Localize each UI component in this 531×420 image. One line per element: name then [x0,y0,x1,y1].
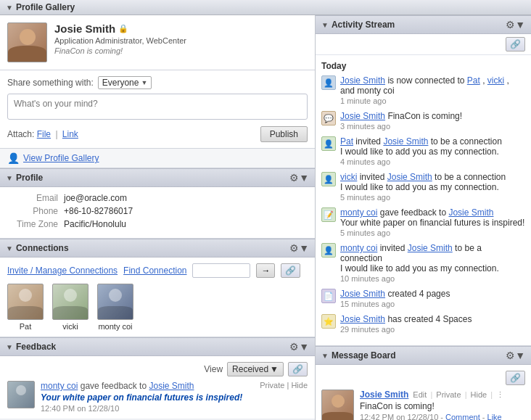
activity-time: 5 minutes ago [340,228,525,237]
activity-author-link[interactable]: monty coi [340,243,377,253]
list-item: monty coi [97,284,133,331]
comment-link[interactable]: Comment [445,413,480,420]
feedback-quote: Your white paper on financial futures is… [41,392,308,403]
activity-author-link[interactable]: Josie Smith [340,289,385,299]
private-msg-link[interactable]: Private [436,390,461,399]
share-textarea[interactable] [7,94,308,120]
feedback-header-text: Private | Hide monty coi gave feedback t… [41,381,308,391]
profile-details: Email joe@oracle.com Phone +86-10-827860… [0,187,315,239]
feedback-author-link[interactable]: monty coi [41,381,78,391]
connections-collapse-arrow[interactable]: ▼ [6,244,13,252]
hide-link[interactable]: Hide [291,381,308,390]
feedback-icon-button[interactable]: 🔗 [288,362,308,376]
publish-button[interactable]: Publish [260,126,308,142]
email-label: Email [7,193,58,203]
message-author-link[interactable]: Josie Smith [360,390,408,400]
message-board-icon-button[interactable]: 🔗 [506,371,525,385]
feedback-gear-button[interactable]: ⚙▼ [289,341,309,353]
attach-link-link[interactable]: Link [62,129,78,139]
hide-msg-link[interactable]: Hide [471,390,487,399]
share-box: Share something with: Everyone ▼ Attach:… [0,70,315,149]
list-item: 👤 vicki invited Josie Smith to be a conn… [321,172,525,202]
activity-gear-button[interactable]: ⚙▼ [506,19,525,30]
profile-collapse-arrow[interactable]: ▼ [6,174,13,182]
connection-name-pat: Pat [20,322,32,331]
dropdown-arrow-icon: ▼ [270,364,279,374]
timezone-row: Time Zone Pacific/Honolulu [7,219,308,229]
activity-target-link[interactable]: Josie Smith [448,207,493,218]
activity-target-link[interactable]: Pat [467,75,480,86]
invite-manage-link[interactable]: Invite / Manage Connections [7,265,118,276]
feedback-body: Private | Hide monty coi gave feedback t… [41,381,308,413]
activity-content: Today 👤 Josie Smith is now connected to … [316,55,531,346]
view-gallery-row: 👤 View Profile Gallery [0,149,315,168]
attach-section: Attach: File | Link [7,129,78,139]
connections-toolbar: Invite / Manage Connections Find Connect… [7,263,308,278]
avatar [7,22,47,62]
email-row: Email joe@oracle.com [7,193,308,203]
view-gallery-link[interactable]: View Profile Gallery [23,153,99,163]
more-msg-link[interactable]: ⋮ [496,390,504,399]
profile-gear-button[interactable]: ⚙▼ [289,172,309,184]
activity-time: 3 minutes ago [340,122,525,131]
feedback-content: View Received ▼ 🔗 Private | [0,356,315,419]
activity-collapse-arrow[interactable]: ▼ [321,21,329,29]
connection-search-button[interactable]: → [256,263,275,278]
top-bar-title: Profile Gallery [16,2,75,12]
feedback-collapse-arrow[interactable]: ▼ [6,343,13,351]
activity-text: monty coi invited Josie Smith to be a co… [340,243,525,283]
phone-label: Phone [7,206,58,216]
list-item: 💬 Josie Smith FinaCon is coming! 3 minut… [321,111,525,131]
feedback-avatar [7,381,35,408]
message-board-content: 🔗 Josie Smith Edit | Private | Hide [316,365,531,420]
share-with-dropdown[interactable]: Everyone ▼ [98,76,152,89]
connections-section-header: ▼ Connections ⚙▼ [0,239,315,258]
attach-file-link[interactable]: File [37,129,51,139]
message-body: Josie Smith Edit | Private | Hide | ⋮ [360,390,525,420]
message-board-gear-button[interactable]: ⚙▼ [506,350,525,361]
connection-icon-button[interactable]: 🔗 [281,263,300,278]
feedback-author-name: monty coi gave feedback to Josie Smith [41,381,194,391]
feedback-view-dropdown[interactable]: Received ▼ [227,362,284,376]
activity-author-link[interactable]: Pat [340,136,353,147]
activity-icon-button[interactable]: 🔗 [506,37,525,52]
email-value: joe@oracle.com [64,193,127,203]
phone-value: +86-10-82786017 [64,206,133,216]
list-item: Pat [7,284,44,331]
activity-author-link[interactable]: Josie Smith [340,75,385,86]
edit-link[interactable]: Edit [413,390,427,399]
activity-target-link[interactable]: Josie Smith [387,172,432,182]
find-connection-link[interactable]: Find Connection [123,265,186,276]
like-link[interactable]: Like [487,413,502,420]
activity-author-link[interactable]: monty coi [340,207,377,218]
activity-text: Pat invited Josie Smith to be a connecti… [340,136,525,166]
activity-author-link[interactable]: Josie Smith [340,314,385,324]
activity-author-link[interactable]: Josie Smith [340,111,385,121]
collapse-arrow[interactable]: ▼ [6,4,13,12]
activity-icon-invite: 👤 [321,136,336,151]
feedback-section-header: ▼ Feedback ⚙▼ [0,337,315,356]
connection-search-input[interactable] [192,263,250,278]
list-item: ⭐ Josie Smith has created 4 Spaces 29 mi… [321,314,525,334]
connections-gear-button[interactable]: ⚙▼ [289,242,309,254]
person-gallery-icon: 👤 [7,152,20,164]
message-text: FinaCon is coming! [360,401,525,411]
activity-text: Josie Smith has created 4 Spaces 29 minu… [340,314,525,334]
activity-target-link[interactable]: Josie Smith [408,243,453,253]
activity-toolbar: 🔗 [316,34,531,55]
list-item: 👤 Pat invited Josie Smith to be a connec… [321,136,525,166]
profile-header: Josie Smith 🔒 Application Administrator,… [0,15,315,70]
activity-target-link2[interactable]: vicki [487,75,504,86]
activity-section-title: Activity Stream [332,20,395,30]
message-board-collapse-arrow[interactable]: ▼ [321,352,329,360]
connections-section-title: Connections [16,243,69,253]
private-link[interactable]: Private [260,381,284,390]
activity-text: Josie Smith is now connected to Pat , vi… [340,75,525,105]
list-item: vicki [52,284,88,331]
feedback-target-link[interactable]: Josie Smith [149,381,194,391]
activity-author-link[interactable]: vicki [340,172,357,182]
activity-time: 1 minute ago [340,96,525,105]
activity-text: vicki invited Josie Smith to be a connec… [340,172,525,202]
activity-time: 4 minutes ago [340,157,525,166]
activity-target-link[interactable]: Josie Smith [383,136,428,147]
